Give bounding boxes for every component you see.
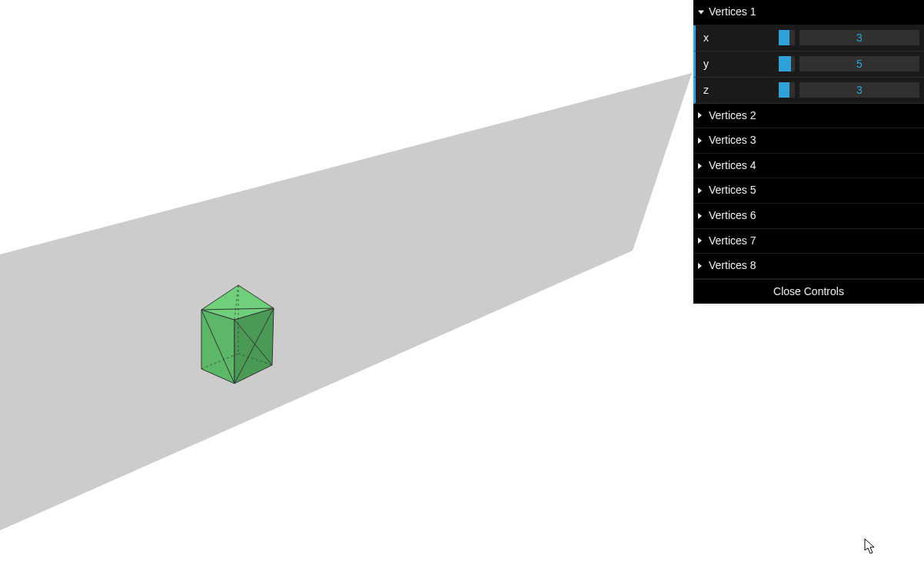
control-row-x: x — [693, 25, 924, 51]
control-row-z: z — [693, 78, 924, 104]
control-row-y: y — [693, 51, 924, 78]
chevron-down-icon — [698, 10, 704, 14]
slider-y[interactable] — [779, 56, 795, 71]
chevron-right-icon — [698, 188, 702, 194]
control-label: x — [702, 32, 779, 44]
folder-title: Vertices 5 — [709, 184, 756, 196]
folder-title: Vertices 7 — [709, 234, 756, 247]
folder-header-vertices-3[interactable]: Vertices 3 — [693, 128, 924, 154]
chevron-right-icon — [698, 138, 702, 144]
folder-title: Vertices 2 — [709, 109, 756, 121]
control-label: y — [702, 58, 779, 70]
number-input-z[interactable] — [799, 82, 919, 98]
close-controls-button[interactable]: Close Controls — [693, 279, 924, 304]
folder-title: Vertices 8 — [709, 259, 756, 271]
slider-fill — [779, 30, 789, 45]
slider-x[interactable] — [779, 30, 795, 45]
number-input-x[interactable] — [799, 30, 919, 45]
folder-header-vertices-8[interactable]: Vertices 8 — [693, 254, 924, 279]
chevron-right-icon — [698, 163, 702, 169]
folder-header-vertices-4[interactable]: Vertices 4 — [693, 154, 924, 179]
viewport-3d[interactable]: Vertices 1xyzVertices 2Vertices 3Vertice… — [0, 0, 924, 568]
number-input-y[interactable] — [799, 56, 919, 71]
chevron-right-icon — [698, 213, 702, 219]
folder-header-vertices-7[interactable]: Vertices 7 — [693, 229, 924, 254]
slider-z[interactable] — [779, 82, 795, 98]
folder-header-vertices-6[interactable]: Vertices 6 — [693, 204, 924, 229]
folder-header-vertices-1[interactable]: Vertices 1 — [693, 0, 924, 25]
folder-header-vertices-5[interactable]: Vertices 5 — [693, 178, 924, 204]
folder-header-vertices-2[interactable]: Vertices 2 — [693, 104, 924, 129]
chevron-right-icon — [698, 112, 702, 118]
folder-title: Vertices 3 — [709, 134, 756, 146]
folder-title: Vertices 4 — [709, 159, 756, 171]
folder-title: Vertices 1 — [709, 5, 756, 18]
folder-title: Vertices 6 — [709, 209, 756, 221]
controls-panel[interactable]: Vertices 1xyzVertices 2Vertices 3Vertice… — [693, 0, 924, 304]
slider-fill — [779, 82, 789, 98]
chevron-right-icon — [698, 263, 702, 269]
chevron-right-icon — [698, 237, 702, 244]
slider-fill — [779, 56, 791, 71]
control-label: z — [702, 84, 779, 96]
